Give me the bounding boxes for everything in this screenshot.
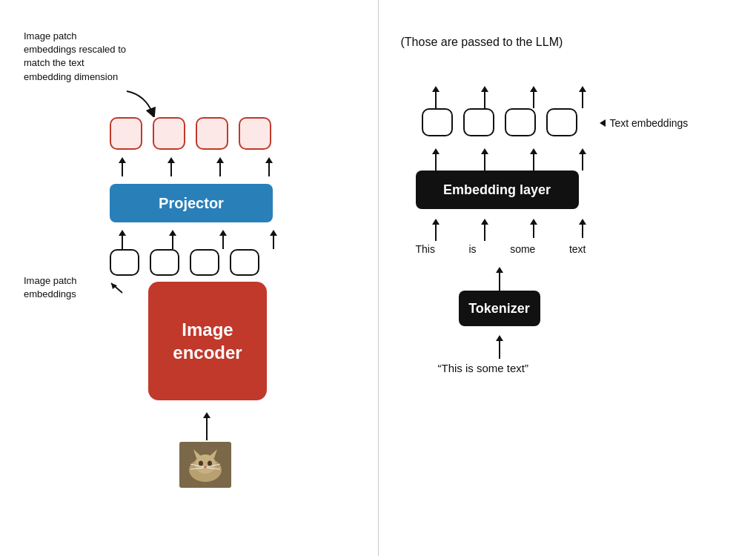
token-text: text — [569, 243, 586, 255]
svg-point-5 — [199, 461, 203, 466]
text-embeddings-label-container: Text embeddings — [600, 117, 689, 129]
left-panel: Image patch embeddings rescaled to match… — [0, 0, 378, 556]
right-outline-box-3 — [505, 108, 536, 136]
right-up-arrows-top — [432, 86, 586, 108]
right-outline-boxes-row — [422, 108, 577, 136]
outline-box-3 — [190, 249, 219, 276]
token-some: some — [510, 243, 535, 255]
token-labels-row: This is some text — [416, 243, 586, 255]
pink-box-3 — [196, 117, 228, 150]
svg-point-6 — [208, 461, 212, 466]
annotation-image-patch-embeddings: Image patch embeddings — [24, 274, 105, 301]
right-up-arrows-mid — [432, 148, 586, 171]
tokenizer-up-arrow — [496, 267, 503, 291]
cat-image — [179, 442, 231, 491]
outline-boxes-row — [110, 249, 259, 276]
pink-boxes-row — [110, 117, 271, 150]
right-up-arrows-tokens — [432, 219, 586, 241]
pink-box-1 — [110, 117, 142, 150]
annotation-arrow — [123, 87, 160, 120]
outline-box-1 — [110, 249, 139, 276]
embedding-layer-box: Embedding layer — [416, 171, 579, 209]
text-embeddings-arrow-left — [600, 119, 606, 127]
up-arrows-pink — [119, 157, 273, 176]
pink-box-2 — [153, 117, 185, 150]
token-is: is — [468, 243, 476, 255]
caption-top: (Those are passed to the LLM) — [401, 36, 563, 49]
outline-box-2 — [150, 249, 179, 276]
svg-point-7 — [204, 466, 207, 469]
annotation-image-patch-rescaled: Image patch embeddings rescaled to match… — [24, 30, 157, 84]
text-embeddings-label: Text embeddings — [610, 117, 689, 129]
input-text-arrow — [496, 335, 503, 359]
outline-box-4 — [230, 249, 259, 276]
encoder-bottom-arrow — [203, 412, 210, 440]
input-text-label: “This is some text” — [438, 362, 529, 374]
token-this: This — [416, 243, 435, 255]
projector-box: Projector — [110, 184, 273, 222]
pink-box-4 — [239, 117, 271, 150]
tokenizer-box: Tokenizer — [459, 291, 540, 326]
right-outline-box-2 — [463, 108, 494, 136]
up-arrows-outline — [119, 230, 277, 249]
right-outline-box-4 — [546, 108, 577, 136]
right-outline-box-1 — [422, 108, 453, 136]
right-panel: (Those are passed to the LLM) Text embed… — [379, 0, 757, 556]
annotation-bottom-arrow — [104, 274, 126, 299]
image-encoder-box: Image encoder — [148, 282, 267, 400]
